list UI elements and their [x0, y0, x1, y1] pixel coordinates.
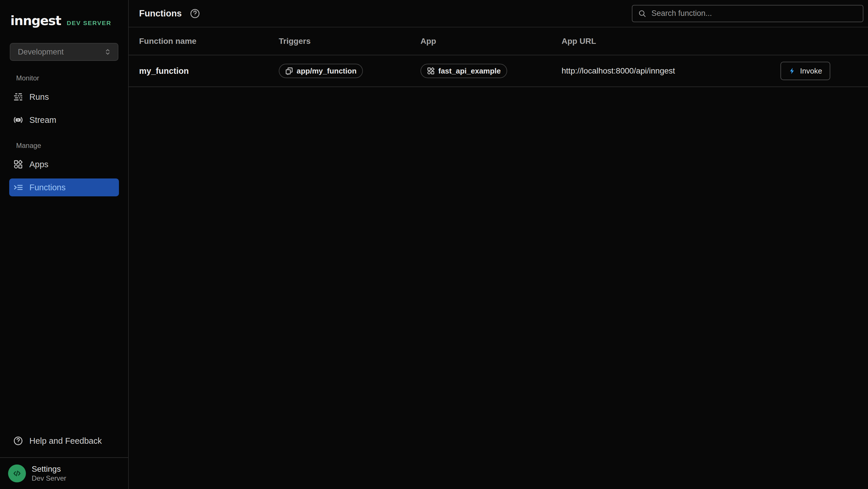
stream-icon	[13, 115, 23, 125]
sidebar-item-functions[interactable]: Functions	[9, 178, 119, 196]
sidebar-item-label: Stream	[29, 115, 56, 125]
table-row[interactable]: my_function app/my_function	[129, 55, 868, 87]
page-header: Functions	[129, 0, 868, 27]
help-icon	[13, 436, 23, 446]
sidebar-spacer	[0, 202, 128, 432]
column-header-function-name: Function name	[139, 37, 279, 46]
search-box[interactable]	[632, 5, 863, 22]
app-badge[interactable]: fast_api_example	[421, 64, 507, 78]
sidebar-nav: Monitor Runs Stream	[0, 74, 128, 202]
column-header-app-url: App URL	[562, 37, 780, 46]
functions-table: Function name Triggers App App URL my_fu…	[129, 27, 868, 87]
logo: inngest DEV SERVER	[0, 0, 128, 28]
runs-icon	[13, 92, 23, 102]
sidebar-item-label: Apps	[29, 160, 49, 169]
inngest-logo: inngest	[10, 13, 61, 28]
event-trigger-icon	[285, 67, 293, 75]
page-title: Functions	[139, 8, 182, 19]
triggers-cell: app/my_function	[279, 64, 421, 78]
help-icon	[190, 8, 200, 19]
sidebar-item-apps[interactable]: Apps	[9, 155, 119, 173]
actions-cell: Invoke	[780, 62, 868, 80]
sidebar-item-runs[interactable]: Runs	[9, 88, 119, 106]
code-icon	[12, 468, 22, 479]
functions-icon	[13, 182, 23, 192]
invoke-button[interactable]: Invoke	[780, 62, 830, 80]
app-root: inngest DEV SERVER Development Monitor R…	[0, 0, 868, 489]
chevron-updown-icon	[103, 48, 112, 56]
sidebar-item-label: Runs	[29, 92, 49, 102]
dev-server-badge: DEV SERVER	[67, 20, 112, 27]
sidebar-item-label: Help and Feedback	[29, 436, 102, 446]
dev-server-avatar	[8, 464, 26, 482]
environment-selector-value: Development	[18, 48, 64, 57]
apps-icon	[13, 160, 23, 169]
environment-selector[interactable]: Development	[10, 43, 118, 61]
column-header-app: App	[421, 37, 562, 46]
table-header-row: Function name Triggers App App URL	[129, 27, 868, 55]
sidebar-item-label: Functions	[29, 183, 66, 192]
trigger-badge-label: app/my_function	[297, 66, 356, 76]
section-label-monitor: Monitor	[9, 74, 119, 82]
settings-subtitle: Dev Server	[32, 474, 66, 483]
trigger-badge[interactable]: app/my_function	[279, 64, 363, 78]
section-label-manage: Manage	[9, 142, 119, 150]
app-url: http://localhost:8000/api/inngest	[562, 66, 780, 76]
sidebar-item-help-and-feedback[interactable]: Help and Feedback	[9, 432, 119, 450]
lightning-bolt-icon	[788, 67, 796, 75]
search-icon	[638, 9, 646, 18]
sidebar-item-settings[interactable]: Settings Dev Server	[0, 457, 128, 489]
sidebar-item-stream[interactable]: Stream	[9, 111, 119, 129]
sidebar: inngest DEV SERVER Development Monitor R…	[0, 0, 129, 489]
function-name: my_function	[139, 66, 279, 76]
page-help-button[interactable]	[190, 8, 200, 19]
settings-title: Settings	[32, 464, 66, 474]
apps-icon	[427, 67, 435, 75]
column-header-triggers: Triggers	[279, 37, 421, 46]
app-cell: fast_api_example	[421, 64, 562, 78]
app-badge-label: fast_api_example	[438, 66, 501, 76]
title-wrap: Functions	[139, 8, 200, 19]
search-input[interactable]	[651, 9, 857, 18]
invoke-button-label: Invoke	[800, 66, 822, 76]
main-content: Functions Function name	[129, 0, 868, 489]
